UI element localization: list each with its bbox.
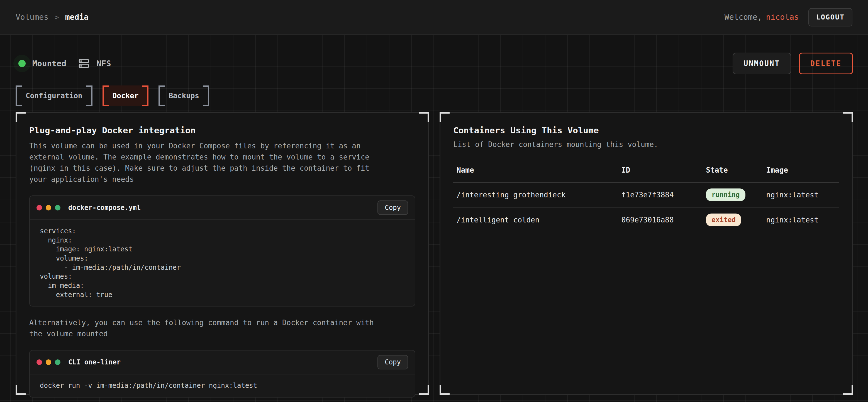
panel-corner-mark — [843, 385, 853, 395]
panel-corner-mark — [16, 385, 26, 395]
unmount-button[interactable]: UNMOUNT — [733, 53, 792, 74]
compose-code-block: docker-compose.yml Copy services: nginx:… — [29, 195, 415, 306]
cli-code-block: CLI one-liner Copy docker run -v im-medi… — [29, 350, 415, 398]
cli-intro-text: Alternatively, you can use the following… — [29, 317, 376, 339]
cli-title: CLI one-liner — [68, 358, 121, 366]
state-badge: running — [706, 189, 745, 201]
table-row: /intelligent_colden 069e73016a88 exited … — [453, 207, 839, 232]
panel-corner-mark — [843, 112, 853, 122]
window-dots-icon — [36, 359, 60, 365]
table-header-row: Name ID State Image — [453, 166, 839, 182]
column-header-id: ID — [618, 166, 703, 182]
breadcrumb-volumes-link[interactable]: Volumes — [16, 12, 49, 22]
panels-row: Plug-and-play Docker integration This vo… — [16, 112, 853, 395]
column-header-image: Image — [763, 166, 839, 182]
state-badge: exited — [706, 213, 741, 226]
compose-code-header: docker-compose.yml Copy — [30, 196, 415, 220]
container-image: nginx:latest — [763, 207, 839, 232]
driver-label: NFS — [96, 59, 111, 68]
panel-corner-mark — [419, 112, 429, 122]
mounted-status-label: Mounted — [32, 59, 66, 68]
panel-corner-mark — [440, 385, 450, 395]
server-stack-icon — [78, 58, 90, 69]
tab-backups[interactable]: Backups — [158, 86, 209, 106]
logout-button[interactable]: LOGOUT — [808, 8, 852, 27]
topbar: Volumes > media Welcome, nicolas LOGOUT — [0, 0, 868, 35]
panel-corner-mark — [419, 385, 429, 395]
docker-panel-title: Plug-and-play Docker integration — [29, 125, 415, 135]
compose-code: services: nginx: image: nginx:latest vol… — [30, 220, 415, 306]
green-dot-icon — [55, 359, 60, 365]
amber-dot-icon — [46, 359, 51, 365]
breadcrumb: Volumes > media — [16, 12, 89, 22]
copy-compose-button[interactable]: Copy — [377, 200, 408, 215]
volume-status-row: Mounted NFS UNMOUNT DELETE — [16, 53, 853, 74]
containers-table: Name ID State Image /interesting_grothen… — [453, 166, 839, 232]
containers-panel-subtitle: List of Docker containers mounting this … — [453, 140, 839, 149]
containers-panel: Containers Using This Volume List of Doc… — [440, 112, 853, 395]
topbar-right: Welcome, nicolas LOGOUT — [724, 8, 852, 27]
container-id: 069e73016a88 — [618, 207, 703, 232]
delete-button[interactable]: DELETE — [799, 53, 853, 74]
container-image: nginx:latest — [763, 182, 839, 207]
tab-configuration[interactable]: Configuration — [16, 86, 92, 106]
compose-filename: docker-compose.yml — [68, 204, 141, 211]
window-dots-icon — [36, 205, 60, 210]
containers-panel-title: Containers Using This Volume — [453, 125, 839, 135]
username: nicolas — [766, 12, 799, 22]
breadcrumb-chevron-icon: > — [55, 13, 59, 22]
panel-corner-mark — [16, 112, 26, 122]
red-dot-icon — [36, 359, 42, 365]
welcome-text: Welcome, nicolas — [724, 12, 799, 22]
status-group: Mounted NFS — [16, 58, 111, 69]
red-dot-icon — [36, 205, 42, 210]
volume-actions: UNMOUNT DELETE — [733, 53, 853, 74]
amber-dot-icon — [46, 205, 51, 210]
container-id: f1e73e7f3884 — [618, 182, 703, 207]
column-header-state: State — [703, 166, 763, 182]
docker-integration-panel: Plug-and-play Docker integration This vo… — [16, 112, 429, 395]
green-dot-icon — [55, 205, 60, 210]
table-row: /interesting_grothendieck f1e73e7f3884 r… — [453, 182, 839, 207]
panel-corner-mark — [440, 112, 450, 122]
cli-command: docker run -v im-media:/path/in/containe… — [30, 374, 415, 397]
main-content: Mounted NFS UNMOUNT DELETE Configuration… — [0, 35, 868, 402]
container-name: /interesting_grothendieck — [453, 182, 618, 207]
copy-cli-button[interactable]: Copy — [377, 355, 408, 369]
tab-docker[interactable]: Docker — [102, 86, 149, 106]
welcome-label: Welcome, — [724, 12, 762, 22]
volume-tabs: Configuration Docker Backups — [16, 86, 853, 106]
breadcrumb-current-volume: media — [65, 12, 89, 22]
container-name: /intelligent_colden — [453, 207, 618, 232]
column-header-name: Name — [453, 166, 618, 182]
cli-code-header: CLI one-liner Copy — [30, 350, 415, 374]
docker-panel-description: This volume can be used in your Docker C… — [29, 140, 376, 185]
mounted-status-dot-icon — [19, 60, 26, 67]
